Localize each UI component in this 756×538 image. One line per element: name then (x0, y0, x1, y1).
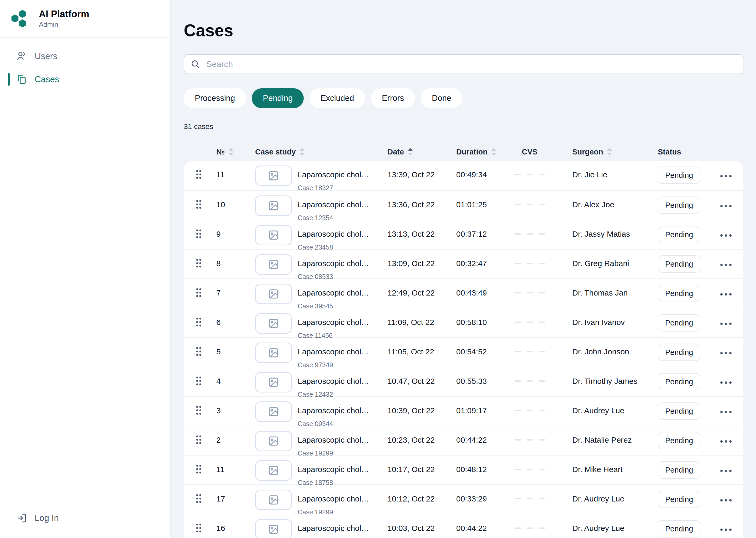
cvs-empty-value (514, 494, 572, 499)
table-row[interactable]: 8 Laparoscopic chol… Case 08533 (184, 249, 743, 279)
filter-pill[interactable]: Processing (184, 88, 246, 108)
row-menu-button[interactable] (719, 202, 732, 210)
table-row[interactable]: 17 Laparoscopic chol… Case 19299 (184, 484, 743, 514)
case-number: 16 (216, 523, 255, 533)
row-menu-button[interactable] (719, 172, 732, 181)
case-thumbnail[interactable] (255, 402, 292, 422)
case-id: Case 23458 (298, 242, 388, 252)
case-duration: 00:37:12 (456, 229, 514, 239)
table-row[interactable]: 16 Laparoscopic chol… Case 19299 (184, 514, 743, 538)
drag-handle-icon[interactable] (196, 405, 202, 417)
app-title: AI Platform (39, 9, 89, 20)
table-row[interactable]: 7 Laparoscopic chol… Case 39545 (184, 279, 743, 308)
case-thumbnail[interactable] (255, 225, 292, 245)
cvs-empty-value (514, 376, 572, 382)
case-thumbnail[interactable] (255, 460, 292, 481)
case-number: 17 (216, 494, 255, 504)
drag-handle-icon[interactable] (196, 523, 202, 535)
row-menu-button[interactable] (719, 496, 732, 505)
column-header-date[interactable]: Date (388, 148, 456, 156)
cases-icon (16, 74, 27, 85)
case-thumbnail[interactable] (255, 372, 292, 393)
sidebar-footer: Log In (0, 499, 170, 538)
case-thumbnail[interactable] (255, 195, 292, 216)
filter-pill[interactable]: Done (421, 88, 462, 108)
main-content: Cases Processing Pending Excluded Errors… (170, 0, 756, 538)
row-menu-button[interactable] (719, 290, 732, 299)
table-row[interactable]: 4 Laparoscopic chol… Case 12432 (184, 367, 743, 396)
filter-pill[interactable]: Pending (252, 88, 304, 108)
filter-pill[interactable]: Excluded (309, 88, 365, 108)
table-row[interactable]: 2 Laparoscopic chol… Case 19299 (184, 426, 743, 455)
drag-handle-icon[interactable] (196, 494, 202, 506)
drag-handle-icon[interactable] (196, 347, 202, 358)
case-duration: 00:43:49 (456, 288, 514, 298)
case-id: Case 08533 (298, 272, 388, 282)
row-menu-button[interactable] (719, 231, 732, 240)
status-badge: Pending (658, 403, 700, 420)
table-row[interactable]: 3 Laparoscopic chol… Case 09344 (184, 396, 743, 426)
table-row[interactable]: 9 Laparoscopic chol… Case 23458 (184, 220, 743, 249)
case-thumbnail[interactable] (255, 431, 292, 451)
table-row[interactable]: 11 Laparoscopic chol… Case 18758 (184, 455, 743, 484)
status-filter-group: Processing Pending Excluded Errors Done (184, 88, 743, 108)
case-surgeon: Dr. Timothy James (572, 376, 658, 386)
drag-handle-icon[interactable] (196, 464, 202, 476)
app-logo-icon (10, 9, 28, 28)
table-row[interactable]: 11 Laparoscopic chol… Case 18327 (184, 161, 743, 190)
drag-handle-icon[interactable] (196, 229, 202, 241)
image-placeholder-icon (268, 524, 279, 535)
drag-handle-icon[interactable] (196, 258, 202, 270)
image-placeholder-icon (268, 289, 279, 299)
case-id: Case 39545 (298, 301, 388, 311)
case-duration: 00:55:33 (456, 376, 514, 386)
case-thumbnail[interactable] (255, 254, 292, 275)
cvs-empty-value (514, 435, 572, 441)
drag-handle-icon[interactable] (196, 376, 202, 388)
sidebar-item-cases[interactable]: Cases (0, 68, 170, 91)
row-menu-button[interactable] (719, 437, 732, 446)
column-header-duration[interactable]: Duration (456, 148, 514, 156)
case-title: Laparoscopic chol… (298, 200, 388, 210)
case-thumbnail[interactable] (255, 284, 292, 304)
drag-handle-icon[interactable] (196, 200, 202, 211)
sort-icon-active (408, 148, 413, 156)
column-header-surgeon[interactable]: Surgeon (572, 148, 658, 156)
case-thumbnail[interactable] (255, 519, 292, 538)
case-duration: 01:01:25 (456, 200, 514, 210)
filter-pill[interactable]: Errors (371, 88, 415, 108)
case-thumbnail[interactable] (255, 343, 292, 363)
case-number: 11 (216, 170, 255, 180)
column-header-case-study[interactable]: Case study (255, 148, 388, 156)
row-menu-button[interactable] (719, 378, 732, 387)
table-row[interactable]: 10 Laparoscopic chol… Case 12354 (184, 190, 743, 220)
case-id: Case 11456 (298, 331, 388, 341)
case-thumbnail[interactable] (255, 313, 292, 334)
column-header-number[interactable]: № (216, 148, 255, 156)
table-row[interactable]: 5 Laparoscopic chol… Case 97349 (184, 337, 743, 367)
row-menu-button[interactable] (719, 319, 732, 328)
case-thumbnail[interactable] (255, 166, 292, 186)
case-date: 10:17, Oct 22 (388, 464, 456, 474)
sidebar-item-users[interactable]: Users (0, 45, 170, 68)
row-menu-button[interactable] (719, 525, 732, 534)
case-thumbnail[interactable] (255, 490, 292, 510)
table-row[interactable]: 6 Laparoscopic chol… Case 11456 (184, 308, 743, 337)
case-surgeon: Dr. Audrey Lue (572, 523, 658, 533)
drag-handle-icon[interactable] (196, 288, 202, 300)
log-in-button[interactable]: Log In (0, 507, 170, 530)
case-id: Case 09344 (298, 419, 388, 429)
drag-handle-icon[interactable] (196, 170, 202, 182)
drag-handle-icon[interactable] (196, 435, 202, 447)
cvs-empty-value (514, 288, 572, 294)
row-menu-button[interactable] (719, 261, 732, 269)
row-menu-button[interactable] (719, 466, 732, 475)
drag-handle-icon[interactable] (196, 317, 202, 329)
status-badge: Pending (658, 314, 700, 332)
search-input[interactable] (184, 54, 743, 74)
case-title: Laparoscopic chol… (298, 523, 388, 533)
case-title: Laparoscopic chol… (298, 376, 388, 386)
image-placeholder-icon (268, 200, 279, 211)
row-menu-button[interactable] (719, 408, 732, 416)
row-menu-button[interactable] (719, 349, 732, 357)
